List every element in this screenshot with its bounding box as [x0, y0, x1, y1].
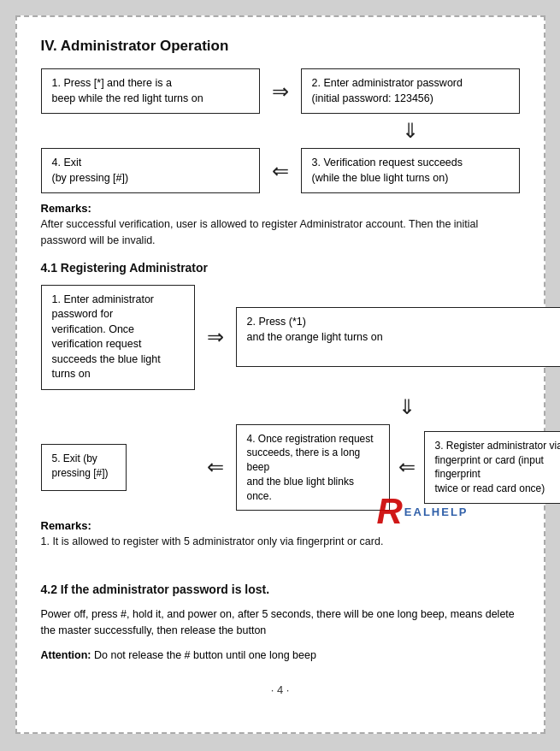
attention-text: Do not release the # button until one lo… [94, 649, 316, 661]
reg-flow-diagram: 1. Enter administrator password for veri… [41, 285, 520, 512]
page-title: IV. Administrator Operation [41, 38, 520, 55]
top-flow-diagram: 1. Press [*] and there is a beep while t… [41, 68, 520, 193]
watermark: R EALHELP [376, 494, 468, 529]
page: IV. Administrator Operation 1. Press [*]… [15, 15, 545, 734]
section2-text: Power off, press #, hold it, and power o… [41, 606, 520, 639]
watermark-r: R [376, 494, 402, 529]
top-flow-box2: 2. Enter administrator password (initial… [301, 68, 520, 114]
page-number: · 4 · [41, 683, 520, 696]
subsection1-title: 4.1 Registering Administrator [41, 261, 520, 275]
reg-flow-box4: 4. Once registration request succeeds, t… [236, 424, 390, 512]
subsection2-title: 4.2 If the administrator password is los… [41, 582, 520, 596]
remarks2-area: Remarks: 1. It is allowed to register wi… [41, 519, 520, 550]
arrow-left-3: ⇐ [398, 455, 416, 479]
remarks1-text: After successful verification, user is a… [41, 216, 520, 249]
top-flow-box4: 4. Exit (by pressing [#]) [41, 148, 260, 193]
top-flow-box1: 1. Press [*] and there is a beep while t… [41, 68, 260, 114]
arrow-right-2: ⇒ [207, 325, 224, 349]
remarks1: Remarks: After successful verification, … [41, 202, 520, 249]
remarks2-text: 1. It is allowed to register with 5 admi… [41, 534, 520, 550]
arrow-left-2: ⇐ [207, 455, 224, 479]
arrow-left-1: ⇐ [272, 159, 289, 183]
reg-flow-box5: 5. Exit (by pressing [#]) [41, 444, 127, 491]
reg-flow-box2: 2. Press (*1) and the orange light turns… [236, 307, 561, 367]
arrow-down-1: ⇓ [301, 119, 520, 143]
reg-flow-box1: 1. Enter administrator password for veri… [41, 285, 195, 390]
top-flow-box3: 3. Verification request succeeds (while … [301, 148, 520, 193]
arrow-down-2: ⇓ [236, 395, 561, 419]
arrow-right-1: ⇒ [272, 80, 289, 103]
attention-row: Attention: Do not release the # button u… [41, 648, 520, 664]
attention-label: Attention: [41, 649, 91, 661]
watermark-text: EALHELP [404, 506, 469, 518]
remarks1-title: Remarks: [41, 202, 520, 215]
reg-flow-box3: 3. Register administrator via fingerprin… [424, 431, 561, 504]
